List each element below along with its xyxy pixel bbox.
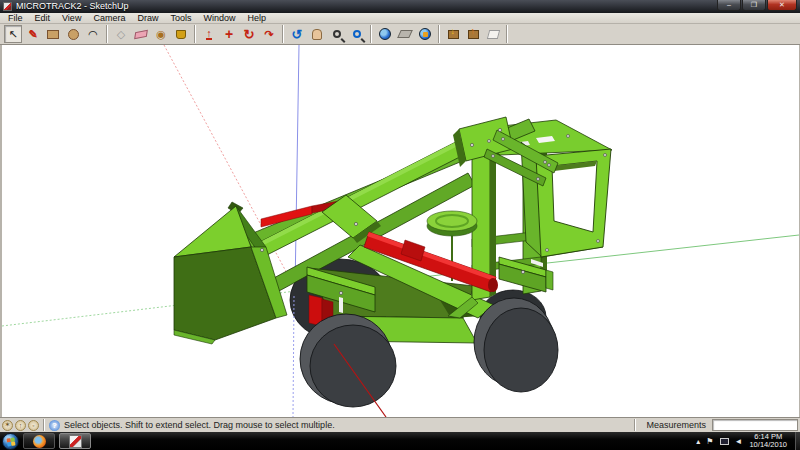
close-button[interactable]: ✕ xyxy=(767,0,797,11)
rectangle-icon xyxy=(47,30,59,39)
title-bar: MICROTRACK2 - SketchUp – ❐ ✕ xyxy=(0,0,800,13)
status-bar: ✶ ↑ ◦ ? Select objects. Shift to extend … xyxy=(0,417,800,432)
push-pull-icon: ↑ xyxy=(206,28,212,40)
system-tray: ▴ ⚑ ◄ 6:14 PM 10/14/2010 xyxy=(693,432,800,450)
offset-icon: ↷ xyxy=(264,28,273,41)
eraser-icon xyxy=(134,29,148,38)
help-icon[interactable]: ? xyxy=(49,420,60,431)
toolbar-separator xyxy=(282,25,284,43)
toolbar-separator xyxy=(506,25,508,43)
toolbar-separator xyxy=(438,25,440,43)
component-icon: ◇ xyxy=(117,28,125,41)
rotate-tool-button[interactable]: ↻ xyxy=(240,25,258,43)
sketchup-app-icon xyxy=(3,2,12,11)
place-model-button[interactable] xyxy=(416,25,434,43)
component-box-icon xyxy=(486,30,499,39)
move-icon: + xyxy=(225,26,233,42)
rotate-icon: ↻ xyxy=(244,27,255,42)
globe-icon xyxy=(379,28,391,40)
maximize-button[interactable]: ❐ xyxy=(742,0,766,11)
windows-flag-icon xyxy=(6,437,15,446)
pan-tool-button[interactable] xyxy=(308,25,326,43)
make-component-button[interactable]: ◇ xyxy=(112,25,130,43)
geolocation-status-icon[interactable]: ✶ xyxy=(2,420,13,431)
tape-measure-icon: ◉ xyxy=(156,28,166,41)
show-desktop-button[interactable] xyxy=(795,432,800,450)
menu-help[interactable]: Help xyxy=(241,13,272,24)
menu-tools[interactable]: Tools xyxy=(164,13,197,24)
menu-camera[interactable]: Camera xyxy=(87,13,131,24)
clock-date: 10/14/2010 xyxy=(749,441,787,449)
claim-credit-status-icon[interactable]: ↑ xyxy=(15,420,26,431)
google-earth-icon xyxy=(419,28,431,40)
toolbar-separator xyxy=(106,25,108,43)
paint-bucket-button[interactable] xyxy=(172,25,190,43)
menu-draw[interactable]: Draw xyxy=(131,13,164,24)
offset-tool-button[interactable]: ↷ xyxy=(260,25,278,43)
toolbar: ↖ ✎ ◠ ◇ ◉ ↑ + ↻ ↷ ↺ ↓ ↑ xyxy=(0,24,800,45)
move-tool-button[interactable]: + xyxy=(220,25,238,43)
menu-view[interactable]: View xyxy=(56,13,87,24)
pan-hand-icon xyxy=(312,29,322,40)
speaker-icon[interactable]: ◄ xyxy=(735,437,743,446)
arc-tool-button[interactable]: ◠ xyxy=(84,25,102,43)
window-title: MICROTRACK2 - SketchUp xyxy=(16,0,129,13)
orbit-icon: ↺ xyxy=(292,27,303,42)
select-tool-button[interactable]: ↖ xyxy=(4,25,22,43)
select-arrow-icon: ↖ xyxy=(8,28,17,41)
rectangle-tool-button[interactable] xyxy=(44,25,62,43)
network-icon[interactable] xyxy=(720,438,729,445)
taskbar-clock[interactable]: 6:14 PM 10/14/2010 xyxy=(749,433,787,449)
tape-measure-button[interactable]: ◉ xyxy=(152,25,170,43)
menu-window[interactable]: Window xyxy=(197,13,241,24)
start-button[interactable] xyxy=(2,433,19,450)
menu-file[interactable]: File xyxy=(2,13,29,24)
magnifier-icon xyxy=(333,30,341,38)
circle-icon xyxy=(68,29,79,40)
zoom-extents-button[interactable] xyxy=(348,25,366,43)
line-tool-button[interactable]: ✎ xyxy=(24,25,42,43)
circle-tool-button[interactable] xyxy=(64,25,82,43)
paint-bucket-icon xyxy=(176,30,186,39)
taskbar-sketchup-button[interactable] xyxy=(59,433,91,449)
sketchup-icon xyxy=(69,435,82,448)
get-models-button[interactable]: ↓ xyxy=(444,25,462,43)
push-pull-button[interactable]: ↑ xyxy=(200,25,218,43)
arc-icon: ◠ xyxy=(88,28,98,41)
status-message: Select objects. Shift to extend select. … xyxy=(64,420,335,430)
menu-bar: File Edit View Camera Draw Tools Window … xyxy=(0,13,800,24)
pencil-icon: ✎ xyxy=(28,28,37,41)
share-models-button[interactable]: ↑ xyxy=(464,25,482,43)
action-center-flag-icon[interactable]: ⚑ xyxy=(706,437,713,446)
statusbar-separator xyxy=(634,419,636,431)
eraser-tool-button[interactable] xyxy=(132,25,150,43)
share-component-button[interactable] xyxy=(484,25,502,43)
share-models-icon: ↑ xyxy=(468,30,479,39)
statusbar-separator xyxy=(43,419,45,431)
model-canvas[interactable] xyxy=(2,45,799,417)
windows-taskbar: ▴ ⚑ ◄ 6:14 PM 10/14/2010 xyxy=(0,432,800,450)
toggle-terrain-button[interactable] xyxy=(396,25,414,43)
get-current-view-button[interactable] xyxy=(376,25,394,43)
zoom-tool-button[interactable] xyxy=(328,25,346,43)
orbit-tool-button[interactable]: ↺ xyxy=(288,25,306,43)
model-viewport[interactable] xyxy=(0,45,800,417)
taskbar-firefox-button[interactable] xyxy=(23,433,55,449)
signin-status-icon[interactable]: ◦ xyxy=(28,420,39,431)
firefox-icon xyxy=(33,435,46,448)
menu-edit[interactable]: Edit xyxy=(29,13,57,24)
toolbar-separator xyxy=(194,25,196,43)
get-models-icon: ↓ xyxy=(448,30,459,39)
minimize-button[interactable]: – xyxy=(717,0,741,11)
desktop: MICROTRACK2 - SketchUp – ❐ ✕ File Edit V… xyxy=(0,0,800,450)
zoom-extents-icon xyxy=(353,30,361,38)
measurements-input[interactable] xyxy=(712,419,798,431)
show-hidden-icons-button[interactable]: ▴ xyxy=(696,437,700,446)
terrain-icon xyxy=(397,30,413,38)
measurements-label: Measurements xyxy=(646,420,706,430)
toolbar-separator xyxy=(370,25,372,43)
